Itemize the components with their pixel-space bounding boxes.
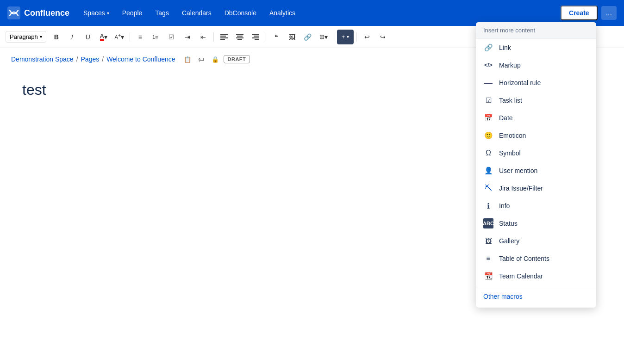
svg-rect-5 [220,39,225,40]
dropdown-item-symbol[interactable]: Ω Symbol [476,144,596,162]
numbered-list-button[interactable]: 1≡ [149,30,163,44]
svg-rect-8 [236,37,243,38]
toolbar-separator-4 [334,32,334,42]
bold-button[interactable]: B [49,30,64,44]
task-list-icon: ☑ [483,95,493,105]
align-right-button[interactable] [248,30,263,44]
paragraph-style-select[interactable]: Paragraph ▾ [6,31,46,43]
nav-analytics[interactable]: Analytics [265,6,300,19]
info-icon: ℹ [483,201,493,211]
align-left-button[interactable] [217,30,231,44]
underline-button[interactable]: U [81,30,95,44]
undo-button[interactable]: ↩ [360,30,374,44]
svg-rect-7 [237,36,243,37]
logo-text: Confluence [24,8,69,18]
gallery-icon: 🖼 [483,236,493,246]
markup-icon: </> [483,60,493,70]
svg-rect-2 [220,34,228,35]
text-color-button[interactable]: A▾ [96,30,111,44]
dropdown-item-jira[interactable]: ⛏ Jira Issue/Filter [476,179,596,197]
link-icon: 🔗 [483,43,493,53]
table-button[interactable]: ⊞▾ [316,30,331,44]
dropdown-item-emoticon-label: Emoticon [499,132,526,139]
dropdown-item-info[interactable]: ℹ Info [476,197,596,215]
italic-button[interactable]: I [65,30,80,44]
svg-rect-10 [252,34,259,35]
svg-rect-0 [7,6,20,19]
dropdown-item-symbol-label: Symbol [499,149,521,157]
toc-icon: ≡ [483,253,493,255]
outdent-button[interactable]: ⇤ [196,30,211,44]
dropdown-item-status[interactable]: ABC Status [476,215,596,232]
label-icon[interactable]: 🏷 [196,54,207,65]
toolbar-separator-3 [266,32,266,42]
nav-people[interactable]: People [118,6,147,19]
dropdown-item-toc-label: Table of Contents [499,255,549,255]
quote-button[interactable]: ❝ [269,30,284,44]
indent-button[interactable]: ⇥ [180,30,195,44]
svg-rect-6 [236,34,243,35]
emoticon-icon: 🙂 [483,130,493,141]
svg-rect-12 [252,37,259,38]
user-mention-icon: 👤 [483,166,493,176]
symbol-icon: Ω [483,148,493,158]
dropdown-item-task-label: Task list [499,97,522,104]
jira-icon: ⛏ [483,183,493,193]
insert-more-chevron: ▾ [347,34,349,39]
restrict-icon[interactable]: 🔒 [210,54,221,65]
dropdown-item-status-label: Status [499,220,518,227]
horizontal-rule-icon: — [483,78,493,88]
svg-text:1≡: 1≡ [152,34,158,40]
breadcrumb-pages[interactable]: Pages [81,56,100,63]
dropdown-item-date[interactable]: 📅 Date [476,109,596,127]
breadcrumb-sep-1: / [76,56,78,63]
dropdown-item-markup-label: Markup [499,62,521,69]
dropdown-item-gallery[interactable]: 🖼 Gallery [476,232,596,250]
link-button[interactable]: 🔗 [300,30,315,44]
image-button[interactable]: 🖼 [285,30,300,44]
task-list-button[interactable]: ☑ [164,30,179,44]
nav-tags[interactable]: Tags [150,6,174,19]
svg-rect-11 [254,36,259,37]
text-format-button[interactable]: A+▾ [112,30,127,44]
dropdown-header: Insert more content [476,22,596,39]
breadcrumb-current[interactable]: Welcome to Confluence [106,56,175,63]
nav-more-button[interactable]: ... [601,6,617,20]
svg-rect-3 [220,36,226,37]
nav-calendars[interactable]: Calendars [177,6,216,19]
nav-dbconsole[interactable]: DbConsole [220,6,261,19]
insert-more-dropdown: Insert more content 🔗 Link </> Markup — … [476,22,596,255]
dropdown-item-markup[interactable]: </> Markup [476,56,596,74]
align-center-button[interactable] [232,30,247,44]
dropdown-item-info-label: Info [499,202,510,210]
dropdown-item-toc[interactable]: ≡ Table of Contents [476,250,596,255]
insert-more-label: + [342,33,345,40]
nav-spaces[interactable]: Spaces ▾ [79,6,114,19]
status-icon: ABC [483,218,493,228]
dropdown-item-horizontal-rule[interactable]: — Horizontal rule [476,74,596,92]
dropdown-item-emoticon[interactable]: 🙂 Emoticon [476,127,596,144]
svg-rect-9 [237,39,242,40]
dropdown-item-link[interactable]: 🔗 Link [476,39,596,56]
paragraph-chevron-icon: ▾ [40,34,42,39]
redo-button[interactable]: ↪ [375,30,390,44]
create-button[interactable]: Create [561,6,598,20]
draft-badge: DRAFT [224,55,250,63]
dropdown-item-gallery-label: Gallery [499,237,519,245]
dropdown-item-task-list[interactable]: ☑ Task list [476,92,596,109]
dropdown-item-jira-label: Jira Issue/Filter [499,185,543,192]
svg-rect-13 [255,39,259,40]
copy-link-icon[interactable]: 📋 [182,54,193,65]
dropdown-item-link-label: Link [499,44,511,51]
dropdown-item-date-label: Date [499,114,513,122]
confluence-logo[interactable]: Confluence [7,6,69,19]
breadcrumb-sep-2: / [102,56,104,63]
bullet-list-button[interactable]: ≡ [133,30,148,44]
dropdown-item-user-label: User mention [499,167,537,174]
insert-more-button[interactable]: + ▾ [337,30,354,44]
breadcrumb-space[interactable]: Demonstration Space [11,56,74,63]
spaces-chevron-icon: ▾ [107,11,109,16]
dropdown-item-user-mention[interactable]: 👤 User mention [476,162,596,179]
date-icon: 📅 [483,113,493,123]
toolbar-separator-5 [356,32,357,42]
